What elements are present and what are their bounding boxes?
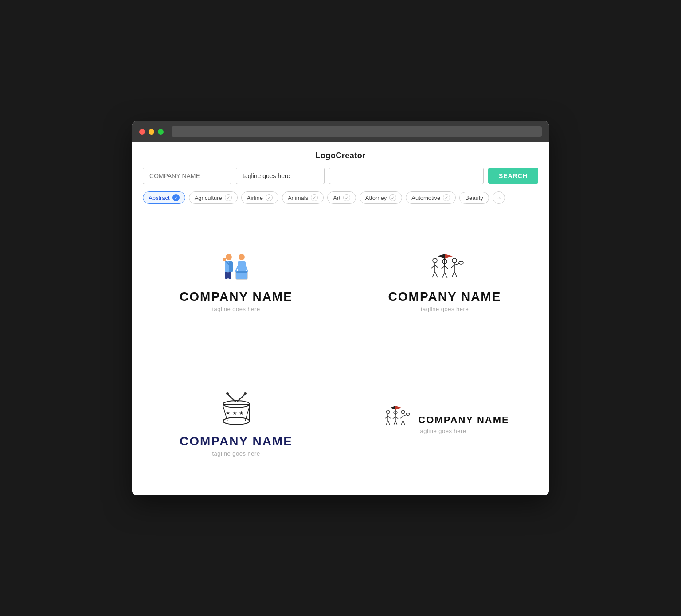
logo-tagline-3: tagline goes here: [212, 450, 260, 457]
svg-text:★: ★: [232, 410, 237, 416]
minimize-button[interactable]: [149, 129, 154, 135]
check-icon: ✓: [172, 194, 180, 201]
logo-icon-people-color: [216, 252, 256, 285]
arrow-right-icon: →: [496, 194, 502, 201]
svg-line-30: [451, 265, 454, 268]
svg-line-12: [246, 267, 247, 271]
check-icon: ✓: [266, 194, 273, 201]
card-4-inline-layout: COMPANY NAME tagline goes here: [380, 405, 509, 443]
search-bar: SEARCH: [132, 168, 549, 191]
logo-icon-marching-small: [380, 405, 411, 438]
logo-tagline-1: tagline goes here: [212, 306, 260, 312]
card-4-text: COMPANY NAME tagline goes here: [418, 414, 509, 434]
address-bar[interactable]: [172, 126, 542, 137]
svg-line-52: [385, 416, 388, 418]
filter-label: Attorney: [365, 195, 387, 201]
maximize-button[interactable]: [158, 129, 164, 135]
filter-label: Automotive: [411, 195, 440, 201]
svg-line-55: [388, 421, 390, 425]
filter-chip-art[interactable]: Art ✓: [327, 191, 356, 204]
tagline-input[interactable]: [236, 168, 325, 184]
logo-tagline-2: tagline goes here: [421, 306, 469, 312]
check-icon: ✓: [443, 194, 450, 201]
filter-chip-beauty[interactable]: Beauty: [459, 192, 489, 204]
filter-chip-attorney[interactable]: Attorney ✓: [360, 191, 402, 204]
svg-point-16: [433, 258, 437, 263]
filter-chip-automotive[interactable]: Automotive ✓: [406, 191, 456, 204]
app-title: LogoCreator: [315, 151, 366, 160]
logo-company-name-1: COMPANY NAME: [180, 290, 293, 304]
svg-line-27: [445, 273, 447, 278]
logo-icon-drum: ★ ★ ★: [219, 392, 254, 429]
svg-line-67: [401, 421, 403, 425]
search-button[interactable]: SEARCH: [488, 168, 538, 184]
svg-line-58: [393, 417, 395, 419]
filter-bar: Abstract ✓ Agriculture ✓ Airline ✓ Anima…: [132, 191, 549, 211]
logo-company-name-2: COMPANY NAME: [388, 290, 501, 304]
filter-label: Art: [333, 195, 340, 201]
svg-line-19: [435, 265, 438, 268]
svg-line-61: [395, 421, 397, 425]
filter-chip-airline[interactable]: Airline ✓: [241, 191, 278, 204]
keyword-input[interactable]: [329, 168, 484, 184]
svg-text:★: ★: [239, 410, 244, 416]
svg-line-25: [445, 266, 448, 269]
filter-chip-agriculture[interactable]: Agriculture ✓: [189, 191, 238, 204]
app-content: LogoCreator SEARCH Abstract ✓ Agricultur…: [132, 142, 549, 495]
svg-line-60: [394, 421, 395, 425]
browser-titlebar: [132, 121, 549, 142]
logo-company-name-4: COMPANY NAME: [418, 414, 509, 426]
svg-line-24: [441, 266, 445, 269]
svg-rect-10: [236, 271, 247, 273]
svg-marker-15: [438, 254, 445, 259]
svg-point-38: [244, 392, 247, 395]
logo-card-2[interactable]: COMPANY NAME tagline goes here: [340, 211, 549, 353]
filter-label: Airline: [247, 195, 263, 201]
svg-line-65: [403, 415, 407, 416]
svg-marker-48: [395, 406, 401, 410]
filter-label: Animals: [288, 195, 308, 201]
svg-line-53: [388, 416, 391, 418]
app-header: LogoCreator: [132, 142, 549, 168]
logo-grid: COMPANY NAME tagline goes here: [132, 211, 549, 495]
check-icon: ✓: [389, 194, 396, 201]
svg-line-33: [452, 272, 454, 277]
close-button[interactable]: [139, 129, 145, 135]
svg-rect-5: [225, 272, 228, 279]
filter-chip-animals[interactable]: Animals ✓: [282, 191, 324, 204]
svg-line-26: [442, 273, 445, 278]
filter-next-button[interactable]: →: [493, 191, 505, 204]
svg-point-66: [406, 413, 410, 416]
logo-card-4[interactable]: COMPANY NAME tagline goes here: [340, 353, 549, 495]
svg-line-64: [400, 416, 403, 418]
svg-marker-49: [391, 406, 395, 410]
logo-icon-marching-outline: [423, 252, 467, 285]
svg-text:★: ★: [226, 410, 231, 416]
logo-tagline-4: tagline goes here: [418, 428, 509, 434]
svg-line-21: [435, 272, 438, 277]
svg-line-20: [432, 272, 435, 277]
logo-card-1[interactable]: COMPANY NAME tagline goes here: [132, 211, 340, 353]
svg-point-37: [226, 392, 229, 395]
svg-rect-6: [228, 272, 231, 279]
logo-card-3[interactable]: ★ ★ ★ COMPANY NAME tagline goes here: [132, 353, 340, 495]
svg-point-7: [239, 254, 245, 260]
svg-line-54: [386, 421, 388, 425]
svg-line-11: [236, 267, 238, 271]
check-icon: ✓: [343, 194, 350, 201]
svg-point-28: [452, 258, 457, 263]
check-icon: ✓: [311, 194, 318, 201]
browser-window: LogoCreator SEARCH Abstract ✓ Agricultur…: [132, 121, 549, 495]
svg-rect-8: [238, 261, 246, 272]
svg-marker-14: [445, 254, 453, 259]
filter-label: Agriculture: [195, 195, 222, 201]
svg-point-50: [386, 410, 390, 414]
filter-label: Abstract: [149, 195, 170, 201]
svg-point-62: [401, 410, 405, 414]
filter-chip-abstract[interactable]: Abstract ✓: [143, 191, 185, 204]
svg-point-4: [223, 258, 226, 261]
check-icon: ✓: [225, 194, 232, 201]
svg-line-34: [454, 272, 457, 277]
svg-line-18: [431, 265, 435, 268]
company-name-input[interactable]: [143, 168, 231, 184]
